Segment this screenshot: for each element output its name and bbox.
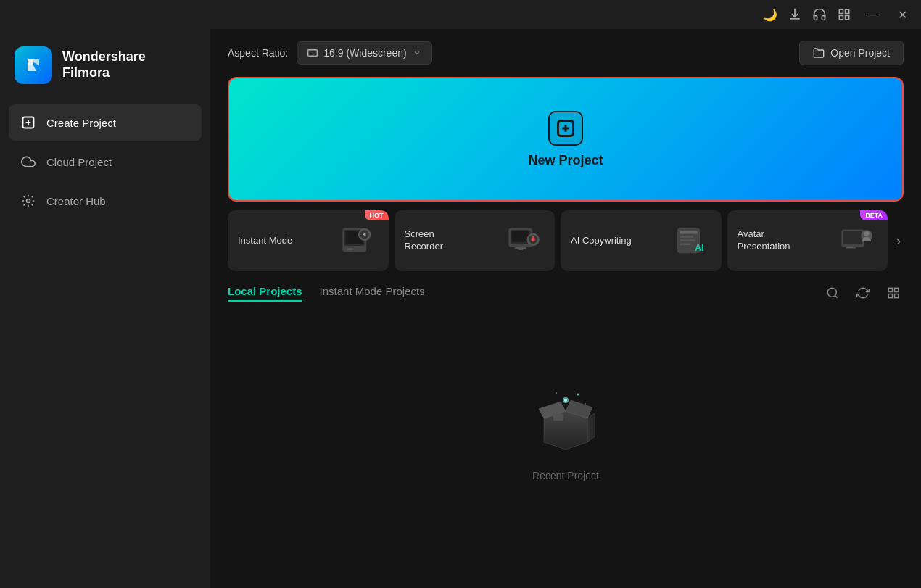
instant-mode-icon [338, 220, 379, 261]
headset-icon[interactable] [812, 7, 827, 22]
quick-action-instant-mode[interactable]: HOT Instant Mode [228, 210, 389, 271]
tabs-left: Local Projects Instant Mode Projects [228, 285, 425, 302]
sidebar-item-create-project[interactable]: Create Project [9, 104, 202, 141]
search-projects-icon[interactable] [822, 283, 843, 303]
tabs-right [822, 283, 904, 303]
aspect-ratio-value: 16:9 (Widescreen) [323, 47, 406, 59]
svg-rect-36 [895, 288, 899, 291]
ai-copywriting-label: AI Copywriting [571, 235, 632, 247]
create-project-icon [20, 115, 36, 131]
aspect-ratio-area: Aspect Ratio: 16:9 (Widescreen) [228, 41, 432, 65]
open-project-label: Open Project [830, 47, 890, 59]
grid-layout-icon[interactable] [837, 7, 851, 22]
svg-rect-6 [308, 50, 318, 56]
logo-text: Wondershare Filmora [62, 49, 146, 80]
svg-rect-16 [512, 231, 529, 242]
avatar-presentation-icon [837, 220, 877, 261]
new-project-banner[interactable]: New Project [228, 77, 904, 202]
logo-area: Wondershare Filmora [0, 29, 210, 104]
svg-rect-18 [518, 249, 523, 250]
close-button[interactable]: ✕ [892, 4, 912, 25]
new-project-inner: New Project [528, 111, 603, 168]
svg-rect-39 [553, 413, 563, 421]
sidebar: Wondershare Filmora Create Project [0, 29, 210, 588]
svg-rect-26 [680, 239, 695, 241]
empty-state: Recent Project [228, 315, 904, 588]
svg-rect-17 [515, 247, 526, 249]
aspect-ratio-dropdown[interactable]: 16:9 (Widescreen) [297, 41, 431, 65]
quick-actions: HOT Instant Mode Screen Recorder [210, 202, 921, 271]
svg-rect-3 [846, 16, 849, 20]
sidebar-item-label-hub: Creator Hub [46, 195, 106, 207]
svg-rect-25 [680, 236, 693, 238]
sidebar-item-label-create: Create Project [46, 117, 116, 129]
app-logo [15, 46, 52, 84]
ai-copywriting-icon: AI [671, 220, 711, 261]
grid-view-icon[interactable] [883, 283, 904, 303]
empty-box-icon [526, 378, 606, 458]
minimize-button[interactable]: — [862, 4, 882, 25]
svg-point-21 [532, 238, 535, 241]
screen-recorder-label: Screen Recorder [405, 228, 470, 253]
svg-rect-35 [888, 288, 892, 291]
svg-point-41 [564, 399, 567, 402]
creator-hub-icon [20, 193, 36, 209]
empty-state-label: Recent Project [532, 470, 599, 481]
tab-instant-mode-projects[interactable]: Instant Mode Projects [320, 285, 425, 302]
aspect-ratio-label: Aspect Ratio: [228, 47, 288, 59]
svg-point-42 [577, 393, 579, 395]
cloud-project-icon [20, 154, 36, 170]
svg-point-43 [556, 392, 557, 394]
sidebar-item-cloud-project[interactable]: Cloud Project [9, 144, 202, 180]
tab-local-projects[interactable]: Local Projects [228, 285, 302, 302]
projects-section: Local Projects Instant Mode Projects [210, 271, 921, 588]
logo-line1: Wondershare [62, 49, 146, 65]
svg-rect-2 [839, 16, 843, 20]
svg-point-22 [532, 236, 534, 239]
sidebar-item-label-cloud: Cloud Project [46, 156, 112, 168]
svg-rect-0 [839, 9, 843, 13]
svg-rect-38 [895, 294, 899, 298]
quick-action-ai-copywriting[interactable]: AI Copywriting AI [561, 210, 722, 271]
svg-rect-33 [846, 247, 856, 249]
title-bar: 🌙 — ✕ [0, 0, 921, 29]
avatar-presentation-label: Avatar Presentation [738, 228, 803, 253]
hot-badge: HOT [365, 210, 389, 220]
svg-point-34 [827, 288, 836, 297]
new-project-label: New Project [528, 153, 603, 168]
quick-actions-next[interactable]: › [893, 210, 904, 271]
theme-icon[interactable]: 🌙 [763, 7, 777, 22]
quick-action-screen-recorder[interactable]: Screen Recorder [395, 210, 556, 271]
svg-rect-30 [843, 231, 862, 244]
download-icon[interactable] [788, 7, 802, 22]
logo-line2: Filmora [62, 65, 146, 81]
beta-badge: BETA [860, 210, 888, 220]
svg-point-44 [585, 403, 586, 405]
main-content: Aspect Ratio: 16:9 (Widescreen) Open Pro… [210, 29, 921, 588]
nav-items: Create Project Cloud Project Creato [0, 104, 210, 219]
projects-tabs-row: Local Projects Instant Mode Projects [228, 283, 904, 303]
quick-action-avatar-presentation[interactable]: BETA Avatar Presentation [727, 210, 888, 271]
instant-mode-label: Instant Mode [238, 235, 292, 247]
svg-rect-13 [347, 248, 353, 250]
svg-text:AI: AI [695, 243, 703, 253]
new-project-icon [548, 111, 583, 146]
svg-point-32 [864, 231, 870, 236]
svg-rect-24 [680, 231, 697, 233]
svg-rect-27 [680, 243, 691, 245]
svg-rect-37 [888, 294, 892, 298]
sidebar-item-creator-hub[interactable]: Creator Hub [9, 183, 202, 219]
main-layout: Wondershare Filmora Create Project [0, 29, 921, 588]
top-bar: Aspect Ratio: 16:9 (Widescreen) Open Pro… [210, 29, 921, 77]
svg-rect-1 [846, 9, 849, 13]
refresh-projects-icon[interactable] [853, 283, 873, 303]
svg-point-5 [27, 199, 30, 203]
screen-recorder-icon [504, 220, 545, 261]
open-project-button[interactable]: Open Project [799, 41, 904, 65]
title-bar-icons: 🌙 — ✕ [763, 4, 912, 25]
